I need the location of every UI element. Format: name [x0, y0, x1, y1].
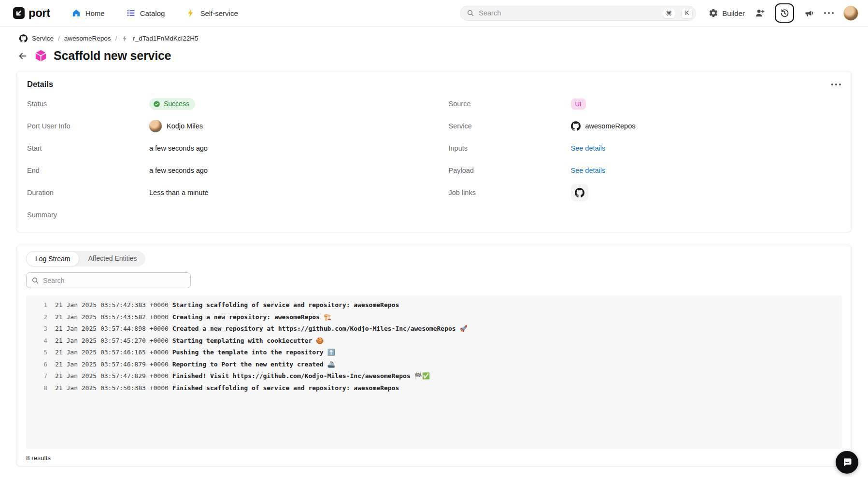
chat-launcher-button[interactable] — [836, 451, 858, 474]
tab-log-stream[interactable]: Log Stream — [26, 251, 79, 267]
status-badge: Success — [149, 98, 195, 110]
log-tabs: Log Stream Affected Entities — [26, 251, 145, 267]
breadcrumb-separator: / — [115, 35, 117, 42]
log-timestamp: 21 Jan 2025 03:57:42:383 +0000 — [55, 299, 169, 311]
breadcrumb-separator: / — [58, 35, 60, 42]
github-icon — [571, 121, 581, 131]
log-stream-output[interactable]: 1 21 Jan 2025 03:57:42:383 +0000 Startin… — [26, 295, 842, 449]
results-count: 8 results — [26, 454, 842, 462]
nav-item-label: Self-service — [200, 9, 238, 17]
nav-item-catalog[interactable]: Catalog — [126, 8, 165, 18]
detail-row-user: Port User Info Kodjo Miles — [27, 115, 420, 137]
details-left-column: Status Success Port User Info Kodjo Mile… — [27, 93, 420, 226]
log-timestamp: 21 Jan 2025 03:57:44:898 +0000 — [55, 323, 169, 335]
log-message: Pushing the template into the repository… — [172, 347, 335, 359]
detail-row-payload: Payload See details — [449, 159, 841, 182]
invite-user-icon — [754, 8, 765, 18]
logo-text: port — [28, 6, 50, 20]
github-icon — [19, 34, 28, 42]
log-message: Starting templating with cookiecutter 🍪 — [172, 335, 324, 347]
home-icon — [71, 8, 81, 18]
page-title: Scaffold new service — [54, 49, 171, 63]
inputs-see-details-link[interactable]: See details — [571, 144, 606, 152]
detail-row-duration: Duration Less than a minute — [27, 182, 420, 204]
back-button[interactable] — [17, 51, 28, 61]
breadcrumb-entity[interactable]: awesomeRepos — [64, 35, 111, 42]
detail-row-service: Service awesomeRepos — [449, 115, 841, 137]
search-icon — [31, 277, 39, 284]
catalog-icon — [126, 8, 136, 18]
cmd-key: ⌘ — [663, 8, 676, 19]
runs-history-button[interactable] — [775, 3, 794, 23]
log-line: 5 21 Jan 2025 03:57:46:165 +0000 Pushing… — [26, 347, 842, 359]
log-line: 6 21 Jan 2025 03:57:46:879 +0000 Reporti… — [26, 359, 842, 371]
k-key: K — [681, 8, 693, 19]
history-icon — [780, 8, 790, 18]
job-link-github-button[interactable] — [571, 184, 588, 201]
log-line-number: 4 — [26, 335, 47, 347]
detail-row-source: Source UI — [449, 93, 841, 115]
tab-affected-entities[interactable]: Affected Entities — [79, 251, 145, 267]
detail-row-inputs: Inputs See details — [449, 137, 841, 159]
search-input[interactable] — [479, 9, 657, 17]
nav-item-home[interactable]: Home — [71, 8, 105, 18]
log-timestamp: 21 Jan 2025 03:57:45:270 +0000 — [55, 335, 169, 347]
log-line-number: 6 — [26, 359, 47, 371]
log-search[interactable] — [26, 272, 191, 288]
detail-row-job-links: Job links — [449, 182, 841, 204]
invite-user-button[interactable] — [754, 8, 765, 18]
details-more-button[interactable] — [831, 84, 841, 85]
more-options-icon — [824, 12, 834, 14]
breadcrumb: Service / awesomeRepos / r_dTad1FnMdKcI2… — [19, 34, 868, 42]
megaphone-icon — [804, 8, 814, 18]
log-card: Log Stream Affected Entities 1 21 Jan 20… — [16, 245, 852, 466]
github-icon — [575, 188, 584, 197]
builder-button[interactable]: Builder — [709, 8, 745, 18]
global-search[interactable]: ⌘ K — [460, 6, 696, 21]
nav-item-label: Home — [85, 9, 105, 17]
chat-bubble-icon — [841, 457, 853, 468]
title-row: Scaffold new service — [17, 49, 868, 63]
port-user-avatar — [149, 120, 162, 132]
log-message: Finished scaffolding of service and repo… — [172, 382, 399, 394]
nav-right-group: Builder — [709, 3, 858, 23]
details-card: Details Status Success Port User Info — [16, 71, 852, 232]
user-avatar[interactable] — [843, 6, 858, 21]
breadcrumb-service[interactable]: Service — [32, 35, 54, 42]
log-line-number: 8 — [26, 382, 47, 394]
lightning-icon — [186, 8, 196, 18]
log-line-number: 2 — [26, 311, 47, 323]
log-line: 2 21 Jan 2025 03:57:43:582 +0000 Creatin… — [26, 311, 842, 323]
log-message: Creating a new repository: awesomeRepos … — [172, 311, 331, 323]
detail-row-summary: Summary — [27, 204, 420, 226]
breadcrumb-run-id: r_dTad1FnMdKcI22H5 — [133, 35, 198, 42]
detail-row-status: Status Success — [27, 93, 420, 115]
payload-see-details-link[interactable]: See details — [571, 167, 606, 174]
detail-row-end: End a few seconds ago — [27, 159, 420, 182]
log-timestamp: 21 Jan 2025 03:57:50:383 +0000 — [55, 382, 169, 394]
log-timestamp: 21 Jan 2025 03:57:46:165 +0000 — [55, 347, 169, 359]
nav-item-self-service[interactable]: Self-service — [186, 8, 238, 18]
log-line: 4 21 Jan 2025 03:57:45:270 +0000 Startin… — [26, 335, 842, 347]
source-badge: UI — [571, 98, 586, 110]
log-line-number: 3 — [26, 323, 47, 335]
log-line: 8 21 Jan 2025 03:57:50:383 +0000 Finishe… — [26, 382, 842, 394]
log-line-number: 7 — [26, 370, 47, 382]
check-circle-icon — [153, 100, 161, 108]
search-icon — [467, 9, 474, 17]
run-lightning-icon — [121, 35, 128, 42]
log-line: 1 21 Jan 2025 03:57:42:383 +0000 Startin… — [26, 299, 842, 311]
service-link[interactable]: awesomeRepos — [585, 122, 636, 130]
port-logo[interactable]: port — [13, 6, 50, 20]
announcements-button[interactable] — [804, 8, 814, 18]
details-right-column: Source UI Service awesomeRepos Inputs Se… — [449, 93, 841, 226]
log-line: 7 21 Jan 2025 03:57:47:829 +0000 Finishe… — [26, 370, 842, 382]
log-timestamp: 21 Jan 2025 03:57:43:582 +0000 — [55, 311, 169, 323]
log-message: Starting scaffolding of service and repo… — [172, 299, 399, 311]
log-line: 3 21 Jan 2025 03:57:44:898 +0000 Created… — [26, 323, 842, 335]
log-search-input[interactable] — [43, 277, 185, 284]
log-timestamp: 21 Jan 2025 03:57:47:829 +0000 — [55, 370, 169, 382]
top-nav: port Home Catalog Self-service ⌘ K Bui — [0, 0, 868, 27]
more-options-button[interactable] — [824, 12, 834, 14]
log-line-number: 1 — [26, 299, 47, 311]
